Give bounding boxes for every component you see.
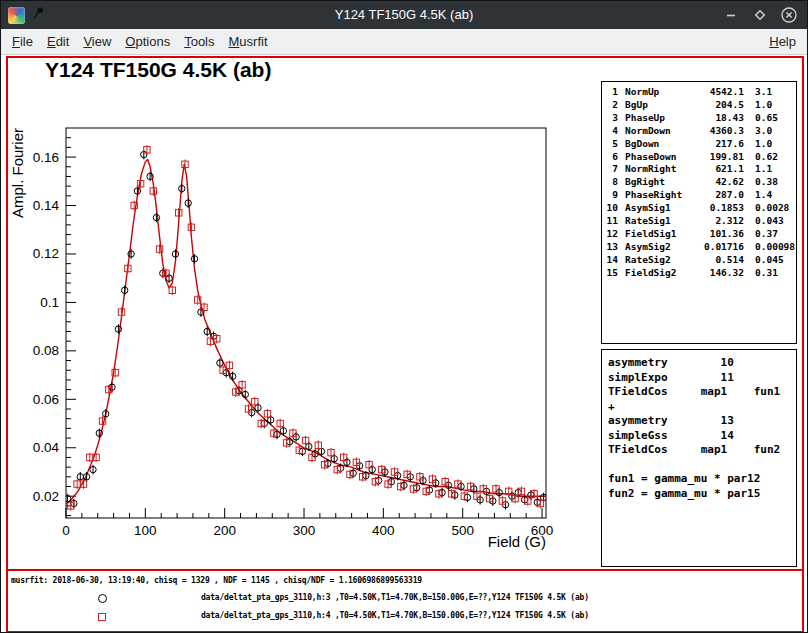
titlebar[interactable]: Y124 TF150G 4.5K (ab) <box>1 1 807 29</box>
svg-text:300: 300 <box>293 523 316 538</box>
param-value: 0.514 <box>696 254 744 267</box>
param-index: 11 <box>606 215 618 228</box>
param-row: 8BgRight42.620.38 <box>606 176 796 189</box>
param-index: 13 <box>606 241 618 254</box>
legend-marker-circle <box>98 594 107 603</box>
param-error: 0.37 <box>744 228 796 241</box>
param-value: 621.1 <box>696 163 744 176</box>
param-value: 0.1853 <box>696 202 744 215</box>
param-value: 4360.3 <box>696 125 744 138</box>
theory-line: asymmetry 10 <box>608 356 796 371</box>
param-error: 0.38 <box>744 176 796 189</box>
param-index: 7 <box>606 163 618 176</box>
param-name: PhaseUp <box>618 112 696 125</box>
svg-text:Ampl. Fourier: Ampl. Fourier <box>9 128 26 218</box>
param-value: 199.81 <box>696 151 744 164</box>
theory-line <box>608 458 796 473</box>
param-name: FieldSig1 <box>618 228 696 241</box>
theory-line: simpleGss 14 <box>608 429 796 444</box>
maximize-button[interactable] <box>751 6 769 24</box>
param-index: 10 <box>606 202 618 215</box>
svg-text:0.16: 0.16 <box>33 150 59 165</box>
menubar: FileEditViewOptionsToolsMusrfit Help <box>1 29 807 55</box>
close-icon <box>780 6 798 24</box>
param-error: 0.65 <box>744 112 796 125</box>
param-index: 14 <box>606 254 618 267</box>
menubar-right: Help <box>762 29 803 54</box>
param-index: 2 <box>606 99 618 112</box>
param-name: NormDown <box>618 125 696 138</box>
app-window: Y124 TF150G 4.5K (ab) FileEd <box>0 0 808 633</box>
theory-line: asymmetry 13 <box>608 414 796 429</box>
window-title: Y124 TF150G 4.5K (ab) <box>1 1 807 29</box>
param-row: 4NormDown4360.33.0 <box>606 125 796 138</box>
param-name: AsymSig1 <box>618 202 696 215</box>
menu-item-file[interactable]: File <box>5 29 40 54</box>
svg-text:0.08: 0.08 <box>33 343 59 358</box>
param-name: PhaseRight <box>618 189 696 202</box>
legend-entry: data/deltat_pta_gps_3110,h:4 ,T0=4.50K,T… <box>1 609 808 627</box>
param-value: 217.6 <box>696 138 744 151</box>
fit-parameters-box[interactable]: 1NormUp4542.13.12BgUp204.51.03PhaseUp18.… <box>601 81 797 344</box>
svg-text:0.02: 0.02 <box>33 489 59 504</box>
param-value: 204.5 <box>696 99 744 112</box>
param-error: 3.1 <box>744 86 796 99</box>
svg-text:0: 0 <box>62 523 70 538</box>
param-index: 4 <box>606 125 618 138</box>
minimize-button[interactable] <box>722 6 740 24</box>
svg-text:200: 200 <box>213 523 236 538</box>
param-value: 42.62 <box>696 176 744 189</box>
param-error: 1.0 <box>744 138 796 151</box>
param-name: BgUp <box>618 99 696 112</box>
svg-text:100: 100 <box>134 523 157 538</box>
fit-stats-line: musrfit: 2018-06-30, 13:19:40, chisq = 1… <box>11 576 422 585</box>
param-name: AsymSig2 <box>618 241 696 254</box>
param-row: 6PhaseDown199.810.62 <box>606 151 796 164</box>
theory-line: TFieldCos map1 fun2 <box>608 443 796 458</box>
svg-text:0.14: 0.14 <box>33 198 60 213</box>
param-value: 146.32 <box>696 267 744 280</box>
theory-line: TFieldCos map1 fun1 <box>608 385 796 400</box>
minimize-icon <box>723 7 739 23</box>
param-error: 1.1 <box>744 163 796 176</box>
theory-box[interactable]: asymmetry 10simplExpo 11TFieldCos map1 f… <box>601 349 797 567</box>
theory-line: fun1 = gamma_mu * par12 <box>608 472 796 487</box>
param-row: 3PhaseUp18.430.65 <box>606 112 796 125</box>
param-index: 8 <box>606 176 618 189</box>
param-row: 12FieldSig1101.360.37 <box>606 228 796 241</box>
param-row: 15FieldSig2146.320.31 <box>606 267 796 280</box>
menu-item-tools[interactable]: Tools <box>177 29 221 54</box>
root-canvas[interactable]: Y124 TF150G 4.5K (ab) 010020030040050060… <box>1 55 808 633</box>
legend-text: data/deltat_pta_gps_3110,h:3 ,T0=4.50K,T… <box>201 593 589 602</box>
svg-text:0.06: 0.06 <box>33 392 59 407</box>
param-row: 1NormUp4542.13.1 <box>606 86 796 99</box>
close-button[interactable] <box>780 6 798 24</box>
param-row: 2BgUp204.51.0 <box>606 99 796 112</box>
param-index: 15 <box>606 267 618 280</box>
param-row: 13AsymSig20.017160.00098 <box>606 241 796 254</box>
menu-item-edit[interactable]: Edit <box>40 29 76 54</box>
param-value: 0.01716 <box>696 241 744 254</box>
param-index: 1 <box>606 86 618 99</box>
legend-marker-square <box>98 613 106 621</box>
svg-text:500: 500 <box>451 523 474 538</box>
legend-text: data/deltat_pta_gps_3110,h:4 ,T0=4.50K,T… <box>201 611 589 620</box>
menu-item-view[interactable]: View <box>76 29 118 54</box>
param-error: 0.043 <box>744 215 796 228</box>
menu-item-help[interactable]: Help <box>762 29 803 54</box>
param-row: 7NormRight621.11.1 <box>606 163 796 176</box>
pin-icon <box>31 6 45 24</box>
param-name: PhaseDown <box>618 151 696 164</box>
param-index: 5 <box>606 138 618 151</box>
theory-line: + <box>608 400 796 415</box>
fourier-amplitude-plot[interactable]: 01002003004005006000.020.040.060.080.10.… <box>1 55 601 571</box>
param-index: 12 <box>606 228 618 241</box>
menu-item-options[interactable]: Options <box>118 29 177 54</box>
param-error: 0.31 <box>744 267 796 280</box>
param-name: NormUp <box>618 86 696 99</box>
param-row: 14RateSig20.5140.045 <box>606 254 796 267</box>
theory-line: fun2 = gamma_mu * par15 <box>608 487 796 502</box>
menu-item-musrfit[interactable]: Musrfit <box>222 29 275 54</box>
param-name: BgRight <box>618 176 696 189</box>
param-value: 101.36 <box>696 228 744 241</box>
